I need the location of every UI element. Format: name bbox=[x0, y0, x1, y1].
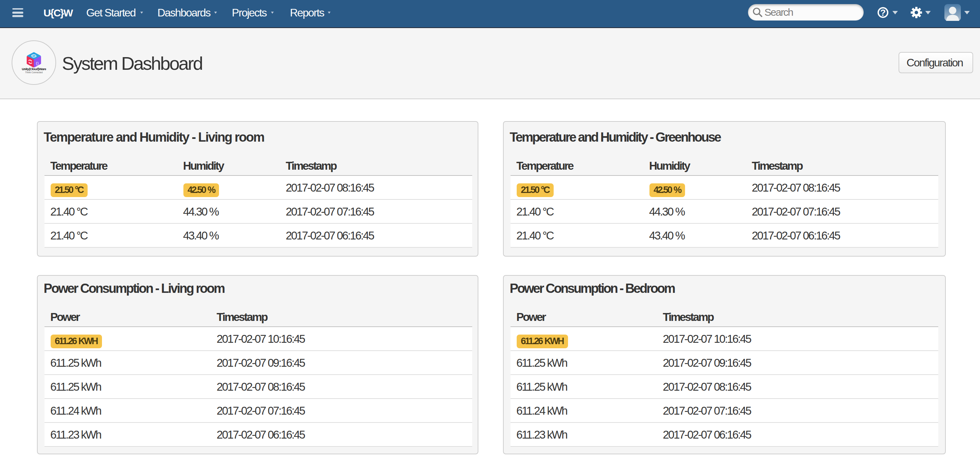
svg-text:{}: {} bbox=[36, 61, 39, 65]
svg-text:Unity{Cloud}Ware: Unity{Cloud}Ware bbox=[22, 67, 46, 70]
svg-text:Think Connected: Think Connected bbox=[25, 70, 43, 73]
svg-text:?: ? bbox=[880, 8, 886, 18]
